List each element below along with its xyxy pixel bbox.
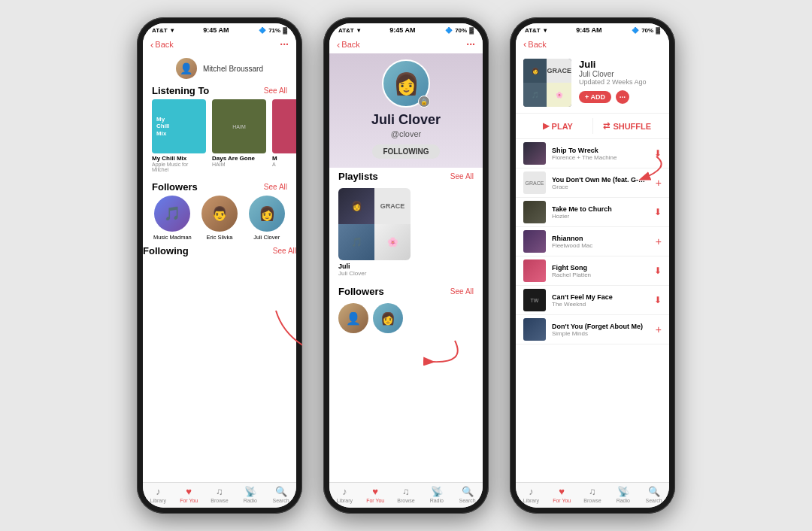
p2-back-label: Back bbox=[341, 40, 359, 49]
follower-juliclover[interactable]: 👩 Juli Clover bbox=[246, 196, 287, 241]
song-info-7: Don't You (Forget About Me) Simple Minds bbox=[552, 323, 650, 337]
p2-following-button[interactable]: FOLLOWING bbox=[372, 144, 439, 159]
p3-status-time: 9:45 AM bbox=[576, 26, 601, 34]
play-triangle-icon: ▶ bbox=[543, 121, 549, 131]
song-row-1[interactable]: Ship To Wreck Florence + The Machine ⬇ bbox=[516, 139, 669, 168]
p2-follower-2[interactable]: 👩 bbox=[373, 303, 403, 333]
tab-browse[interactable]: ♫ Browse bbox=[205, 486, 235, 503]
p2-nav-more-icon[interactable]: ··· bbox=[466, 38, 475, 50]
carrier: AT&T bbox=[152, 27, 168, 34]
song-name-2: You Don't Own Me (feat. G-Eazy) bbox=[552, 176, 650, 184]
shuffle-label: SHUFFLE bbox=[613, 122, 651, 131]
phone-1-content: Listening To See All My Chill Mix My Chi… bbox=[143, 82, 296, 482]
listening-see-all[interactable]: See All bbox=[264, 86, 287, 95]
p2-back-button[interactable]: ‹ Back bbox=[337, 39, 360, 50]
followers-title: Followers bbox=[152, 181, 198, 193]
song-art-2: GRACE bbox=[523, 171, 546, 194]
p2-search-icon: 🔍 bbox=[462, 486, 474, 497]
musicmadman-avatar: 🎵 bbox=[154, 196, 190, 232]
p2-followers-see-all[interactable]: See All bbox=[450, 287, 474, 296]
p2-tab-browse[interactable]: ♫ Browse bbox=[391, 486, 422, 503]
song-action-icon-1[interactable]: ⬇ bbox=[654, 148, 662, 159]
song-row-7[interactable]: Don't You (Forget About Me) Simple Minds… bbox=[516, 315, 669, 344]
p2-tab-library[interactable]: ♪ Library bbox=[329, 486, 360, 503]
p2-tab-for-you[interactable]: ♥ For You bbox=[360, 486, 391, 503]
phone-3-nav: ‹ Back bbox=[516, 35, 669, 53]
p3-more-button[interactable]: ··· bbox=[616, 90, 629, 104]
song-row-5[interactable]: Fight Song Rachel Platten ⬇ bbox=[516, 256, 669, 286]
p3-play-button[interactable]: ▶ PLAY bbox=[523, 118, 593, 134]
album-chill-mix[interactable]: My Chill Mix My Chill Mix Apple Music fo… bbox=[152, 99, 206, 172]
song-info-4: Rhiannon Fleetwood Mac bbox=[552, 235, 650, 249]
song-action-icon-5[interactable]: ⬇ bbox=[654, 266, 662, 276]
phone-2: AT&T ▾ 9:45 AM 🔷 70% ▓ ‹ Back bbox=[323, 17, 489, 514]
p3-browse-icon: ♫ bbox=[589, 486, 596, 497]
p2-lock-icon: 🔒 bbox=[418, 96, 430, 108]
p3-tab-for-you[interactable]: ♥ For You bbox=[547, 486, 577, 503]
p3-add-button[interactable]: + ADD bbox=[579, 91, 611, 103]
tab-search-label: Search bbox=[272, 498, 289, 503]
p3-shuffle-button[interactable]: ⇄ SHUFFLE bbox=[593, 118, 662, 134]
follower-ericslivka[interactable]: 👨 Eric Slivka bbox=[199, 196, 241, 241]
tab-for-you[interactable]: ♥ For You bbox=[174, 486, 205, 503]
battery-icon: ▓ bbox=[283, 27, 287, 34]
p3-tab-browse[interactable]: ♫ Browse bbox=[577, 486, 608, 503]
tab-library[interactable]: ♪ Library bbox=[143, 486, 174, 503]
song-info-2: You Don't Own Me (feat. G-Eazy) Grace bbox=[552, 176, 650, 190]
album-third[interactable]: M M A bbox=[272, 99, 296, 172]
song-artist-2: Grace bbox=[552, 184, 650, 190]
album-haim[interactable]: HAIM Days Are Gone HAIM bbox=[212, 99, 266, 172]
musicmadman-name: Music Madman bbox=[153, 234, 192, 241]
p2-library-icon: ♪ bbox=[342, 486, 347, 497]
tab-radio[interactable]: 📡 Radio bbox=[235, 486, 265, 503]
song-action-icon-2[interactable]: + bbox=[656, 177, 662, 189]
p2-tab-search-label: Search bbox=[459, 498, 475, 503]
chill-mix-name: My Chill Mix bbox=[152, 155, 206, 162]
p2-avatar-wrap: 👩 🔒 bbox=[382, 59, 430, 108]
p3-back-button[interactable]: ‹ Back bbox=[523, 38, 547, 50]
phone-1-wrapper: AT&T ▾ 9:45 AM 🔷 71% ▓ ‹ Back bbox=[137, 17, 302, 514]
song-artist-1: Florence + The Machine bbox=[552, 154, 648, 161]
p3-tab-search[interactable]: 🔍 Search bbox=[638, 486, 669, 503]
playlist-card-juli[interactable]: 👩 GRACE 🎵 🌸 Juli Juli Clover bbox=[338, 188, 411, 277]
song-row-4[interactable]: Rhiannon Fleetwood Mac + bbox=[516, 227, 669, 256]
song-row-3[interactable]: Take Me to Church Hozier ⬇ bbox=[516, 198, 669, 227]
followers-see-all[interactable]: See All bbox=[264, 183, 287, 191]
back-button[interactable]: ‹ Back bbox=[150, 39, 174, 50]
search-icon: 🔍 bbox=[275, 486, 287, 497]
p3-radio-icon: 📡 bbox=[617, 486, 629, 497]
p2-playlists-see-all[interactable]: See All bbox=[450, 172, 474, 181]
song-action-icon-7[interactable]: + bbox=[656, 323, 662, 335]
song-name-6: Can't Feel My Face bbox=[552, 293, 648, 301]
p2-status-icons: 🔷 70% ▓ bbox=[445, 27, 474, 34]
p2-follower-1[interactable]: 👤 bbox=[338, 303, 368, 333]
phone-3-screen: AT&T ▾ 9:45 AM 🔷 70% ▓ ‹ Back bbox=[516, 23, 669, 508]
pt-4: 🌸 bbox=[374, 224, 411, 260]
phone-3: AT&T ▾ 9:45 AM 🔷 70% ▓ ‹ Back bbox=[510, 17, 675, 514]
back-label: Back bbox=[155, 40, 173, 49]
song-row-6[interactable]: TW Can't Feel My Face The Weeknd ⬇ bbox=[516, 286, 669, 315]
song-action-icon-4[interactable]: + bbox=[656, 235, 662, 247]
tab-foryou-label: For You bbox=[180, 498, 198, 503]
phone-2-nav: ‹ Back ··· bbox=[329, 35, 483, 53]
song-action-icon-3[interactable]: ⬇ bbox=[654, 207, 662, 217]
playlist-name: Juli bbox=[338, 262, 411, 270]
phone-3-wrapper: AT&T ▾ 9:45 AM 🔷 70% ▓ ‹ Back bbox=[510, 17, 675, 514]
p2-tab-radio[interactable]: 📡 Radio bbox=[421, 486, 452, 503]
nav-more-icon[interactable]: ··· bbox=[280, 38, 289, 50]
p3-tab-library[interactable]: ♪ Library bbox=[516, 486, 547, 503]
follower-musicmadman[interactable]: 🎵 Music Madman bbox=[152, 196, 193, 241]
p3-tab-foryou-label: For You bbox=[553, 498, 571, 503]
p3-status-icons: 🔷 70% ▓ bbox=[632, 27, 660, 34]
p2-tab-search[interactable]: 🔍 Search bbox=[452, 486, 483, 503]
p3-tab-radio[interactable]: 📡 Radio bbox=[607, 486, 638, 503]
username-label: Mitchel Broussard bbox=[203, 65, 263, 73]
song-name-3: Take Me to Church bbox=[552, 205, 648, 213]
p3-battery-icon: ▓ bbox=[656, 27, 660, 34]
bt-icon: 🔷 bbox=[259, 27, 266, 34]
song-action-icon-6[interactable]: ⬇ bbox=[654, 295, 662, 305]
p2-radio-icon: 📡 bbox=[431, 486, 443, 497]
song-row-2[interactable]: GRACE You Don't Own Me (feat. G-Eazy) Gr… bbox=[516, 168, 669, 198]
following-see-all[interactable]: See All bbox=[273, 247, 296, 255]
tab-search[interactable]: 🔍 Search bbox=[265, 486, 296, 503]
